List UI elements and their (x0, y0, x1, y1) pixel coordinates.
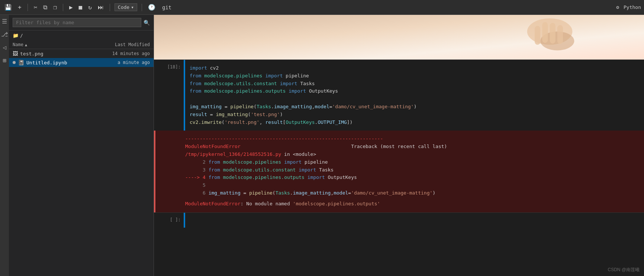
code-line-5 (190, 95, 640, 103)
toolbar-sep-1 (28, 4, 28, 11)
sidebar-header: Name ▲ Last Modified (9, 41, 154, 49)
code-line-8: cv2.imwrite('result.png', result[OutputK… (190, 119, 640, 126)
code-line-1: import cv2 (190, 64, 640, 72)
name-column-header[interactable]: Name ▲ (13, 42, 90, 47)
error-line4: ----> 4 from modelscope.pipelines.output… (185, 174, 638, 182)
svg-rect-4 (542, 22, 548, 43)
settings-icon[interactable]: ⚙ (616, 4, 619, 10)
image-output-cell (154, 15, 644, 60)
error-file: /tmp/ipykernel_1366/2148552516.py in <mo… (185, 151, 638, 158)
error-output-cell: ----------------------------------------… (154, 131, 644, 212)
file-item-test-png[interactable]: 🖼 test.png 14 minutes ago (9, 49, 154, 58)
file-name-untitled-ipynb: 📓 Untitled.ipynb (13, 60, 90, 65)
cut-icon[interactable]: ✂ (32, 3, 39, 12)
sidebar-path: 📁 / (9, 31, 154, 41)
git-activity-icon[interactable]: ⎇ (1, 31, 8, 38)
svg-rect-6 (557, 25, 563, 44)
toolbar-sep-4 (142, 4, 142, 11)
error-line2: 2 from modelscope.pipelines import pipel… (185, 158, 638, 166)
empty-cell-number: [ ]: (154, 213, 184, 228)
code-line-6: img_matting = pipeline(Tasks.image_matti… (190, 103, 640, 111)
copy-icon[interactable]: ⧉ (42, 3, 49, 12)
watermark: CSDN @南莲曦 (608, 267, 640, 273)
active-dot (13, 61, 16, 64)
code-line-2: from modelscope.pipelines import pipelin… (190, 72, 640, 80)
git-button[interactable]: git (160, 4, 174, 11)
kernel-label: Python (624, 4, 641, 10)
cell-18-number: [18]: (154, 60, 184, 131)
toolbar-right: ⚙ Python (616, 4, 641, 10)
empty-cell: [ ]: (154, 212, 644, 228)
file-name-test-png: 🖼 test.png (13, 51, 90, 57)
cell-18-content[interactable]: import cv2 from modelscope.pipelines imp… (185, 60, 644, 131)
sidebar-search-area: 🔍 (9, 15, 154, 31)
folder-icon: 📁 (13, 33, 19, 38)
activity-bar: ☰ ⎇ ◁ ⊞ (0, 15, 9, 276)
run-icon[interactable]: ▶ (68, 3, 74, 12)
file-list: 🖼 test.png 14 minutes ago 📓 Untitled.ipy… (9, 49, 154, 276)
notebook-file-icon: 📓 (18, 60, 24, 65)
restart-icon[interactable]: ↻ (87, 3, 93, 12)
paste-icon[interactable]: ❐ (52, 3, 58, 12)
search-icon[interactable]: 🔍 (144, 20, 150, 26)
svg-rect-3 (535, 26, 540, 45)
filter-files-input[interactable] (13, 18, 141, 27)
toolbar-sep-3 (110, 4, 110, 11)
file-item-untitled-ipynb[interactable]: 📓 Untitled.ipynb a minute ago (9, 58, 154, 67)
code-line-7: result = img_matting('test.png') (190, 111, 640, 119)
error-line5: 5 (185, 182, 638, 189)
files-activity-icon[interactable]: ☰ (2, 18, 7, 25)
sidebar: 🔍 📁 / Name ▲ Last Modified 🖼 test.png (9, 15, 154, 276)
clock-icon[interactable]: 🕐 (146, 3, 157, 12)
error-line6: 6 img_matting = pipeline(Tasks.image_mat… (185, 189, 638, 197)
code-line-3: from modelscope.utils.constant import Ta… (190, 80, 640, 88)
stop-icon[interactable]: ■ (77, 3, 84, 12)
cell-type-label: Code (118, 4, 129, 10)
file-time-untitled-ipynb: a minute ago (90, 60, 150, 65)
error-header: ModuleNotFoundError Traceback (most rece… (185, 143, 638, 151)
empty-cell-content[interactable] (185, 213, 644, 228)
search-activity-icon[interactable]: ◁ (3, 44, 6, 51)
error-separator: ----------------------------------------… (185, 135, 638, 143)
add-cell-icon[interactable]: + (16, 3, 23, 12)
svg-rect-5 (550, 23, 556, 44)
error-line3: 3 from modelscope.utils.constant import … (185, 166, 638, 174)
notebook-area[interactable]: [18]: import cv2 from modelscope.pipelin… (154, 15, 644, 276)
code-cell-18: [18]: import cv2 from modelscope.pipelin… (154, 60, 644, 131)
file-time-test-png: 14 minutes ago (90, 51, 150, 56)
save-icon[interactable]: 💾 (3, 3, 13, 12)
extensions-activity-icon[interactable]: ⊞ (3, 57, 6, 64)
code-line-4: from modelscope.pipelines.outputs import… (190, 87, 640, 95)
main-layout: ☰ ⎇ ◁ ⊞ 🔍 📁 / Name ▲ Last Modified (0, 15, 644, 276)
toolbar: 💾 + ✂ ⧉ ❐ ▶ ■ ↻ ⏭ Code ▾ 🕐 git ⚙ Python (0, 0, 644, 15)
modified-column-header[interactable]: Last Modified (90, 42, 150, 47)
image-file-icon: 🖼 (13, 51, 18, 57)
fast-forward-icon[interactable]: ⏭ (96, 3, 105, 12)
error-message: ModuleNotFoundError: No module named 'mo… (185, 200, 638, 208)
cell-type-dropdown[interactable]: Code ▾ (115, 3, 137, 11)
image-placeholder (154, 15, 644, 60)
cell-type-chevron: ▾ (131, 4, 134, 10)
toolbar-sep-2 (63, 4, 63, 11)
